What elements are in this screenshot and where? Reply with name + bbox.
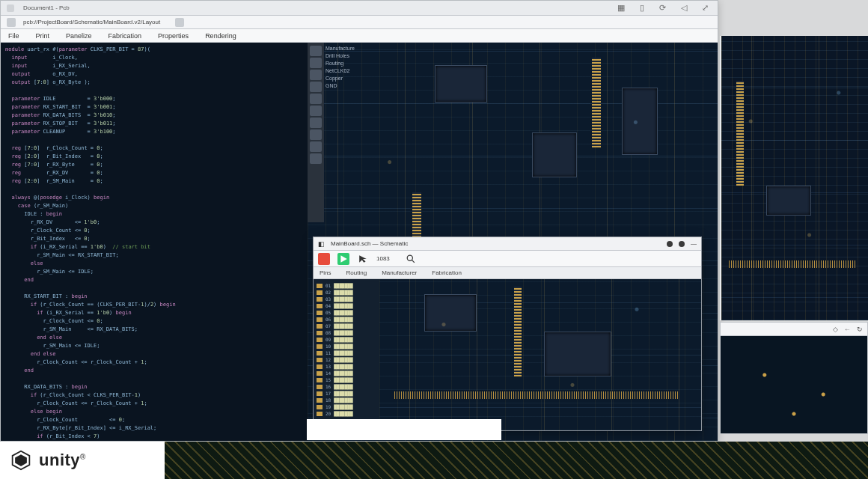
address-text[interactable]: pcb://ProjectBoard/Schematic/MainBoard.v… [23,19,160,25]
gutter-row[interactable]: 12███████ [317,356,376,363]
menu-panelize[interactable]: Panelize [66,32,92,40]
right-mini-panel: ◇ ← ↻ [720,322,868,434]
grid-icon[interactable]: ▦ [614,3,628,13]
side-label: Routing [326,61,355,66]
tool-zone-icon[interactable] [310,118,322,128]
sub-tabbar: Pins Routing Manufacturer Fabrication [314,267,701,279]
gutter-row[interactable]: 17███████ [317,390,376,397]
tool-pad-icon[interactable] [310,82,322,92]
gutter-row[interactable]: 07███████ [317,323,376,329]
mini-back-icon[interactable]: ← [844,326,851,333]
pcb-chip [424,294,477,332]
pcb-connector [514,287,522,376]
gutter-row[interactable]: 03███████ [317,296,376,302]
tool-text-icon[interactable] [310,94,322,104]
gutter-row[interactable]: 15███████ [317,376,376,383]
side-label: GND [326,83,355,88]
run-icon[interactable] [337,253,349,265]
sub-tab-routing[interactable]: Routing [346,269,367,276]
tool-layers-icon[interactable] [310,141,322,152]
sub-gutter[interactable]: 01███████02███████03███████04███████05██… [314,279,379,430]
sub-tab-fab[interactable]: Fabrication [432,269,462,276]
toolbar-count: 1083 [376,255,390,262]
menu-rendering[interactable]: Rendering [205,32,236,40]
svg-line-1 [412,260,415,263]
address-bar: pcb://ProjectBoard/Schematic/MainBoard.v… [1,16,718,29]
pcb-side-labels: Manufacture Drill Holes Routing NetCLK02… [326,46,355,88]
expand-icon[interactable]: ⤢ [699,3,712,13]
cursor-icon[interactable] [357,253,369,265]
gutter-row[interactable]: 02███████ [317,289,376,296]
gutter-row[interactable]: 11███████ [317,350,376,356]
gutter-row[interactable]: 08███████ [317,329,376,336]
sub-toolbar: 1083 [314,251,701,267]
gutter-row[interactable]: 13███████ [317,363,376,370]
more-icon[interactable] [175,18,184,27]
app-icon [7,4,14,12]
pcb-connector [736,81,744,186]
pcb-chip [766,186,811,216]
window-title: Document1 - Pcb [23,4,70,11]
tool-drc-icon[interactable] [310,129,322,140]
stop-icon[interactable] [318,253,330,265]
unity-logo-icon [10,450,31,471]
sub-dot-icon[interactable] [667,241,673,247]
menu-properties[interactable]: Properties [158,32,189,40]
gutter-row[interactable]: 16███████ [317,383,376,390]
gutter-row[interactable]: 10███████ [317,343,376,350]
tool-measure-icon[interactable] [310,106,322,116]
gutter-row[interactable]: 18███████ [317,397,376,403]
sub-titlebar: ◧ MainBoard.sch — Schematic — [314,237,701,251]
sub-pcb-view[interactable] [379,279,701,430]
mini-pcb-view[interactable] [721,336,867,433]
right-pcb-strip [720,36,868,320]
sub-window: ◧ MainBoard.sch — Schematic — 1083 Pins … [313,237,702,431]
side-label: Copper [326,76,355,81]
side-label: NetCLK02 [326,68,355,73]
sub-window-title: MainBoard.sch — Schematic [331,240,408,247]
search-icon[interactable] [405,253,417,265]
sub-min-icon[interactable]: — [691,240,697,247]
pcb-chip [532,132,577,177]
pcb-chip [435,65,487,103]
svg-marker-3 [15,454,27,466]
gutter-row[interactable]: 09███████ [317,336,376,343]
sub-tab-mfr[interactable]: Manufacturer [382,269,417,276]
back-icon[interactable]: ◁ [678,3,690,13]
gutter-row[interactable]: 19███████ [317,403,376,410]
gutter-row[interactable]: 01███████ [317,282,376,289]
side-label: Drill Holes [326,53,355,58]
gutter-row[interactable]: 04███████ [317,302,376,309]
pcb-trace [394,391,679,399]
menu-print[interactable]: Print [36,32,50,40]
gap-filler [307,419,501,440]
code-editor[interactable]: module uart_rx #(parameter CLKS_PER_BIT … [1,43,308,441]
device-icon[interactable]: ▯ [637,3,647,13]
side-label: Manufacture [326,46,355,51]
gutter-row[interactable]: 05███████ [317,309,376,316]
gutter-row[interactable]: 20███████ [317,410,376,417]
tool-select-icon[interactable] [310,46,322,56]
gutter-row[interactable]: 14███████ [317,370,376,376]
sub-body: 01███████02███████03███████04███████05██… [314,279,701,430]
pcb-tool-strip [308,43,324,222]
menu-fabrication[interactable]: Fabrication [109,32,142,40]
footer-brand-card: unity® [0,442,165,479]
sub-dot-icon[interactable] [679,241,685,247]
mini-toolbar: ◇ ← ↻ [721,323,867,336]
footer-brand-text: unity® [39,451,86,470]
pcb-chip [544,332,611,376]
gutter-row[interactable]: 06███████ [317,316,376,323]
tool-3d-icon[interactable] [310,153,322,164]
tool-route-icon[interactable] [310,58,322,68]
mini-reload-icon[interactable]: ↻ [857,326,863,333]
mini-shape-icon[interactable]: ◇ [833,326,838,333]
lock-icon [7,18,16,27]
pcb-connector [592,58,601,147]
pcb-chip [622,88,658,155]
tool-via-icon[interactable] [310,70,322,80]
sync-icon[interactable]: ⟳ [656,3,669,13]
menu-file[interactable]: File [8,32,19,40]
sub-tab-pins[interactable]: Pins [320,269,331,276]
pcb-trace [729,260,856,268]
